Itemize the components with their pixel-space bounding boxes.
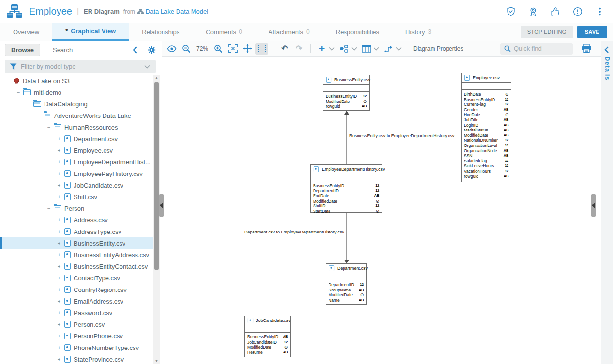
tab-comments[interactable]: Comments0: [193, 23, 255, 41]
tree-item-personphone-csv[interactable]: +PersonPhone.csv: [0, 330, 154, 342]
tab-attachments[interactable]: Attachments0: [255, 23, 323, 41]
expand-details-icon[interactable]: [603, 46, 611, 54]
tree-item-contacttype-csv[interactable]: +ContactType.csv: [0, 272, 154, 284]
expand-node-icon[interactable]: +: [56, 136, 62, 142]
tree-item-person-csv[interactable]: +Person.csv: [0, 319, 154, 330]
fit-to-screen-icon[interactable]: [226, 43, 239, 55]
tree-item-adventureworks-data-lake[interactable]: −AdventureWorks Data Lake: [0, 110, 154, 121]
entity-employeedepartmenthistory-csv[interactable]: EmployeeDepartmentHistory.csvBusinessEnt…: [310, 164, 382, 213]
tree-item-jobcandidate-csv[interactable]: +JobCandidate.csv: [0, 179, 154, 191]
connector-chevron-icon[interactable]: [396, 46, 402, 51]
tree-item-address-csv[interactable]: +Address.csv: [0, 214, 154, 226]
collapse-node-icon[interactable]: −: [35, 113, 42, 118]
connector-style-icon[interactable]: [382, 43, 395, 55]
tab-graphical-view[interactable]: *Graphical View: [52, 23, 129, 41]
expand-node-icon[interactable]: +: [56, 345, 62, 350]
details-tab[interactable]: Details: [604, 57, 611, 81]
tree-item-person[interactable]: −Person: [0, 203, 154, 214]
collapse-node-icon[interactable]: −: [45, 205, 52, 211]
browse-tab[interactable]: Browse: [5, 44, 40, 56]
save-button[interactable]: SAVE: [577, 26, 607, 38]
expand-node-icon[interactable]: +: [56, 182, 62, 188]
search-tab[interactable]: Search: [53, 46, 73, 54]
tree-item-businessentityaddress-csv[interactable]: +BusinessEntityAddress.csv: [0, 249, 154, 261]
relationship-line[interactable]: [346, 213, 347, 263]
diagram-properties-button[interactable]: Diagram Properties: [413, 45, 463, 52]
zoom-level[interactable]: 72%: [194, 45, 210, 52]
entity-department-csv[interactable]: Department.csvDepartmentID12GroupNameABM…: [326, 263, 367, 305]
expand-node-icon[interactable]: +: [56, 298, 62, 304]
tree-item-miti-demo[interactable]: −miti-demo: [0, 87, 154, 98]
tree-item-countryregion-csv[interactable]: +CountryRegion.csv: [0, 284, 154, 295]
layout-icon[interactable]: [338, 43, 350, 55]
tab-responsibilities[interactable]: Responsibilities: [323, 23, 392, 41]
layout-chevron-icon[interactable]: [351, 46, 357, 51]
add-entity-chevron-icon[interactable]: [329, 46, 335, 51]
gear-icon[interactable]: [148, 46, 156, 54]
tab-history[interactable]: History3: [392, 23, 444, 41]
tree-item-humanressources[interactable]: −HumanRessources: [0, 121, 154, 133]
redo-icon[interactable]: ↷: [293, 43, 305, 55]
kebab-menu-icon[interactable]: [595, 6, 605, 17]
shield-check-icon[interactable]: [506, 6, 516, 17]
zoom-out-icon[interactable]: [180, 43, 193, 55]
tree-item-emailaddress-csv[interactable]: +EmailAddress.csv: [0, 295, 154, 307]
certification-badge-icon[interactable]: [528, 6, 538, 17]
tree-item-employee-csv[interactable]: +Employee.csv: [0, 145, 154, 156]
tree-item-phonenumbertype-csv[interactable]: +PhoneNumberType.csv: [0, 342, 154, 353]
tab-relationships[interactable]: Relationships: [129, 23, 193, 41]
pan-move-icon[interactable]: [241, 43, 254, 55]
expand-node-icon[interactable]: +: [56, 263, 62, 269]
expand-node-icon[interactable]: +: [56, 159, 62, 165]
expand-node-icon[interactable]: +: [56, 229, 62, 234]
collapse-left-panel-grip[interactable]: [159, 194, 164, 217]
add-entity-icon[interactable]: +: [315, 43, 328, 55]
relationship-line[interactable]: [346, 111, 347, 164]
expand-node-icon[interactable]: +: [56, 310, 62, 316]
collapse-node-icon[interactable]: −: [25, 101, 32, 107]
expand-node-icon[interactable]: +: [56, 356, 62, 362]
undo-icon[interactable]: ↶: [278, 43, 291, 55]
visibility-eye-icon[interactable]: [165, 43, 178, 55]
expand-node-icon[interactable]: +: [56, 240, 62, 246]
collapse-node-icon[interactable]: −: [15, 89, 22, 95]
table-display-chevron-icon[interactable]: [374, 46, 379, 51]
stop-editing-button[interactable]: STOP EDITING: [521, 26, 573, 38]
expand-node-icon[interactable]: +: [56, 252, 62, 258]
thumbs-up-icon[interactable]: [550, 6, 561, 17]
tree-item-businessentitycontact-csv[interactable]: +BusinessEntityContact.csv: [0, 261, 154, 272]
expand-node-icon[interactable]: +: [56, 147, 62, 153]
tree-item-employeepayhistory-csv[interactable]: +EmployeePayHistory.csv: [0, 168, 154, 179]
select-tool-icon[interactable]: [255, 43, 268, 55]
tree-item-department-csv[interactable]: +Department.csv: [0, 133, 154, 145]
tree-item-shift-csv[interactable]: +Shift.csv: [0, 191, 154, 203]
quickfind-input[interactable]: [514, 45, 567, 52]
tree-item-employeedepartmenthist-[interactable]: +EmployeeDepartmentHist...: [0, 156, 154, 168]
expand-node-icon[interactable]: +: [56, 333, 62, 339]
expand-node-icon[interactable]: +: [56, 321, 62, 327]
expand-node-icon[interactable]: +: [56, 171, 62, 176]
diagram-canvas[interactable]: BusinessEntity.csvBusinessEntityID12Modi…: [162, 57, 601, 364]
zoom-in-icon[interactable]: [212, 43, 224, 55]
expand-node-icon[interactable]: +: [56, 194, 62, 200]
expand-node-icon[interactable]: +: [56, 217, 62, 223]
collapse-node-icon[interactable]: −: [5, 78, 12, 84]
model-link[interactable]: Data Lake Data Model: [146, 8, 208, 15]
tree-item-addresstype-csv[interactable]: +AddressType.csv: [0, 226, 154, 237]
entity-businessentity-csv[interactable]: BusinessEntity.csvBusinessEntityID12Modi…: [323, 75, 370, 111]
tree-scrollbar[interactable]: ▲ ▼: [153, 75, 160, 364]
scroll-down-arrow[interactable]: ▼: [153, 358, 160, 364]
tree-item-businessentity-csv[interactable]: +BusinessEntity.csv: [0, 237, 154, 249]
collapse-right-panel-grip[interactable]: [591, 194, 596, 217]
tree-item-password-csv[interactable]: +Password.csv: [0, 307, 154, 319]
entity-employee-csv[interactable]: Employee.csvBirthDate⊙BusinessEntityID12…: [461, 73, 511, 182]
tree-item-stateprovince-csv[interactable]: +StateProvince.csv: [0, 353, 154, 364]
expand-node-icon[interactable]: +: [56, 275, 62, 281]
scroll-up-arrow[interactable]: ▲: [153, 75, 160, 81]
expand-node-icon[interactable]: +: [56, 287, 62, 292]
tree-scrollbar-thumb[interactable]: [154, 82, 159, 270]
alert-circle-icon[interactable]: [572, 6, 583, 17]
tree-item-data-lake-on-s3[interactable]: −Data Lake on S3: [0, 75, 154, 87]
filter-by-model-type[interactable]: Filter by model type: [5, 60, 156, 73]
collapse-node-icon[interactable]: −: [45, 124, 52, 130]
